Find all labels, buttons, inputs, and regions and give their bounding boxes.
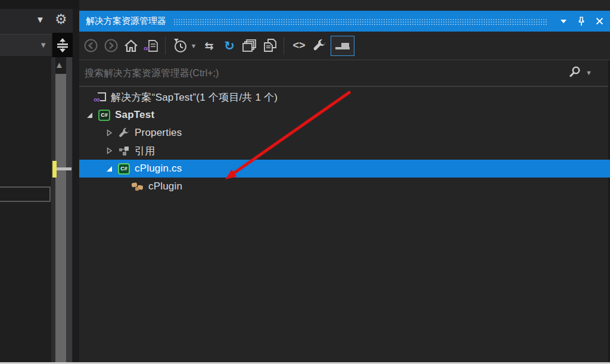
filter-dropdown-chevron[interactable]: ▼ <box>189 36 198 55</box>
search-bar: ▼ <box>79 61 610 87</box>
search-icon <box>568 66 581 79</box>
pin-icon <box>577 17 586 26</box>
scroll-up-icon[interactable]: ▲ <box>55 60 64 70</box>
toolbar-separator <box>165 37 166 55</box>
sync-with-active-document-button[interactable]: ⇆ <box>200 36 218 55</box>
refresh-icon: ↻ <box>224 39 235 53</box>
collapse-all-button[interactable] <box>241 36 259 55</box>
screenshot-stage: ▼ ⚙ ▼ ▲ 解决方案资源管理器 <box>0 0 610 364</box>
titlebar-drag-texture <box>173 18 548 25</box>
sidebar-bottom-box <box>0 186 51 202</box>
switch-views-icon: ∞ <box>144 39 159 53</box>
chevron-down-icon <box>560 19 567 24</box>
history-filter-icon <box>173 38 188 54</box>
search-button[interactable] <box>568 66 581 81</box>
tree-label: Properties <box>135 127 182 139</box>
back-icon <box>84 39 98 52</box>
expander-expanded-icon[interactable] <box>86 111 94 119</box>
tree-label: 解决方案“SapTest”(1 个项目/共 1 个) <box>111 91 278 104</box>
forward-button[interactable] <box>102 36 120 55</box>
sidebar-dropdown[interactable]: ▼ <box>0 34 52 56</box>
close-icon <box>596 17 603 25</box>
preview-selected-items-icon <box>335 42 350 50</box>
tree-row-references[interactable]: 引用 <box>79 142 610 160</box>
properties-button[interactable] <box>310 36 328 55</box>
sync-icon: ⇆ <box>204 39 213 52</box>
tree-label: cPlugin <box>148 181 182 192</box>
panel-toolbar: ∞ ▼ ⇆ ↻ <box>79 32 610 60</box>
panel-titlebar[interactable]: 解决方案资源管理器 <box>79 11 610 32</box>
tree-row-cplugin-cs[interactable]: C# cPlugin.cs <box>79 160 610 178</box>
expander-collapsed-icon[interactable] <box>105 147 113 155</box>
preview-selected-items-button[interactable] <box>331 36 354 56</box>
pin-button[interactable] <box>574 14 589 29</box>
properties-wrench-icon <box>117 127 130 139</box>
chevron-down-icon: ▼ <box>39 41 47 49</box>
panel-seam <box>73 9 79 364</box>
scrollbar-caret-marker <box>52 161 57 178</box>
editor-sidebar-toolbar: ▼ ⚙ <box>0 9 79 34</box>
tree-row-project-saptest[interactable]: C# SapTest <box>79 106 610 124</box>
scrollbar-track[interactable] <box>66 57 72 364</box>
collapse-all-icon <box>242 39 257 53</box>
expander-expanded-icon[interactable] <box>105 165 113 173</box>
editor-sidebar: ▼ ⚙ ▼ ▲ <box>0 0 79 364</box>
expander-collapsed-icon[interactable] <box>105 129 113 137</box>
csharp-file-icon: C# <box>117 163 130 175</box>
back-button[interactable] <box>82 36 99 55</box>
class-icon <box>131 181 144 192</box>
gear-icon[interactable]: ⚙ <box>55 11 67 27</box>
show-all-files-icon <box>262 38 278 53</box>
panel-title: 解决方案资源管理器 <box>86 15 166 27</box>
tree-row-properties[interactable]: Properties <box>79 124 610 142</box>
svg-text:∞: ∞ <box>94 94 100 103</box>
home-button[interactable] <box>122 36 140 55</box>
view-code-button[interactable]: <> <box>290 36 308 55</box>
refresh-button[interactable]: ↻ <box>220 36 238 55</box>
solution-icon: ∞ <box>94 91 107 103</box>
tree-label: SapTest <box>115 109 154 121</box>
tree-label: cPlugin.cs <box>135 163 182 175</box>
switch-views-button[interactable]: ∞ <box>142 36 160 55</box>
csharp-project-icon: C# <box>98 109 111 121</box>
code-icon: <> <box>292 39 305 52</box>
window-position-button[interactable] <box>556 14 571 29</box>
solution-tree: ∞ 解决方案“SapTest”(1 个项目/共 1 个) C# SapTest <box>79 88 610 362</box>
split-window-icon <box>56 38 69 53</box>
references-icon <box>117 145 130 157</box>
svg-text:∞: ∞ <box>144 43 150 53</box>
scrollbar-caret-line <box>57 167 71 170</box>
show-all-files-button[interactable] <box>261 36 279 55</box>
tree-row-cplugin-class[interactable]: cPlugin <box>79 178 610 195</box>
home-icon <box>124 39 138 52</box>
close-button[interactable] <box>592 14 606 29</box>
forward-icon <box>104 39 118 52</box>
solution-explorer-panel: 解决方案资源管理器 <box>79 0 610 364</box>
search-dropdown-chevron[interactable]: ▼ <box>586 69 592 76</box>
search-input[interactable] <box>79 61 610 86</box>
tree-row-solution[interactable]: ∞ 解决方案“SapTest”(1 个项目/共 1 个) <box>79 88 610 106</box>
wrench-icon <box>312 38 327 53</box>
scrollbar-thumb[interactable] <box>55 74 66 364</box>
history-filter-button[interactable] <box>172 36 189 55</box>
tree-label: 引用 <box>135 144 155 158</box>
chevron-down-icon[interactable]: ▼ <box>36 14 45 24</box>
toolbar-separator <box>284 37 284 55</box>
split-window-button[interactable] <box>52 33 73 57</box>
scrollbar-track[interactable] <box>51 57 55 364</box>
